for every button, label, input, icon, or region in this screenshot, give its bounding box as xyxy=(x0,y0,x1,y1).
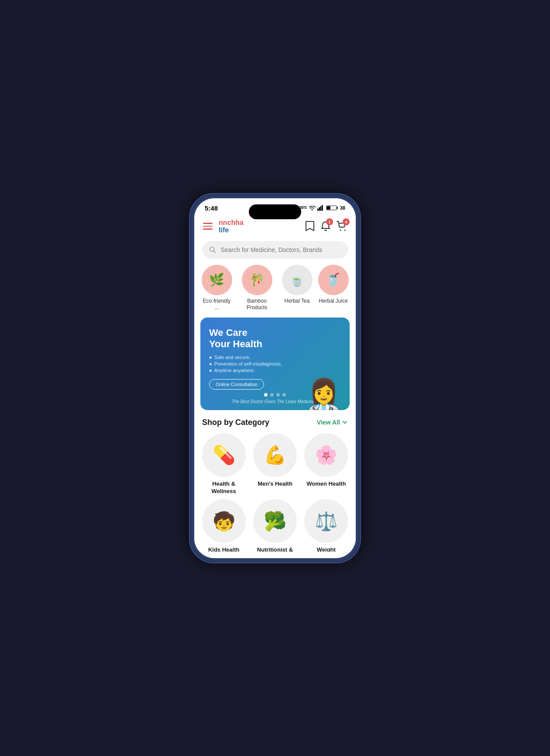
menu-button[interactable] xyxy=(203,223,213,230)
section-header: Shop by Category View All xyxy=(194,418,356,433)
weight-management-circle: ⚖️ xyxy=(304,499,348,543)
search-input[interactable] xyxy=(220,246,341,253)
header-left: nnchha life xyxy=(203,219,244,234)
search-icon xyxy=(209,246,216,254)
health-wellness-label: Health & Wellness xyxy=(200,480,247,495)
cart-button[interactable]: 4 xyxy=(337,221,347,231)
bamboo-circle: 🎋 xyxy=(242,265,272,295)
banner-title: We CareYour Health xyxy=(209,327,341,350)
svg-line-11 xyxy=(213,251,216,253)
svg-rect-2 xyxy=(319,207,320,211)
health-wellness-circle: 💊 xyxy=(202,433,246,477)
dot-1[interactable] xyxy=(264,393,268,397)
svg-rect-3 xyxy=(320,206,321,211)
womens-health-label: Women Health xyxy=(306,480,346,488)
bookmark-icon xyxy=(305,221,315,232)
cat-womens-health[interactable]: 🌸 Women Health xyxy=(303,433,350,495)
cat-nutritionist[interactable]: 🥦 Nutritionist & Suplements xyxy=(251,499,298,551)
svg-point-0 xyxy=(311,209,313,211)
eco-circle: 🌿 xyxy=(202,265,232,295)
nutritionist-label: Nutritionist & Suplements xyxy=(251,546,298,551)
logo-text-line1: nnchha xyxy=(219,219,244,227)
mens-health-label: Men's Health xyxy=(258,480,292,488)
dot-3[interactable] xyxy=(276,393,280,397)
svg-rect-1 xyxy=(317,208,319,211)
search-bar[interactable] xyxy=(202,241,348,259)
cart-badge: 4 xyxy=(343,218,350,225)
category-grid: 💊 Health & Wellness 💪 Men's Health 🌸 Wom… xyxy=(194,433,356,552)
svg-point-8 xyxy=(340,230,341,231)
signal-icon xyxy=(317,205,324,211)
svg-rect-4 xyxy=(322,205,323,211)
quick-cat-juice[interactable]: 🥤 Herbal Juice xyxy=(317,265,350,311)
promo-banner[interactable]: We CareYour Health ●Safe and secure. ●Pr… xyxy=(200,318,350,410)
chevron-down-icon xyxy=(342,419,348,425)
notification-badge: 1 xyxy=(326,218,333,225)
view-all-button[interactable]: View All xyxy=(317,419,348,426)
svg-rect-7 xyxy=(327,206,330,209)
nutritionist-circle: 🥦 xyxy=(253,499,297,543)
status-time: 5:48 xyxy=(205,204,218,212)
bamboo-label: Bamboo Products xyxy=(237,298,277,311)
juice-circle: 🥤 xyxy=(318,265,349,295)
weight-management-label: Weight Management xyxy=(303,546,350,551)
tea-label: Herbal Tea xyxy=(285,298,310,305)
quick-cat-eco[interactable]: 🌿 Eco-friendly ... xyxy=(200,265,233,311)
eco-label: Eco-friendly ... xyxy=(200,298,233,311)
bookmark-button[interactable] xyxy=(305,221,315,232)
cat-health-wellness[interactable]: 💊 Health & Wellness xyxy=(200,433,247,495)
dot-4[interactable] xyxy=(282,393,286,397)
cat-kids-health[interactable]: 🧒 Kids Health Range xyxy=(200,499,247,551)
logo: nnchha life xyxy=(219,219,244,234)
tea-circle: 🍵 xyxy=(282,265,313,295)
phone-screen: 5:48 36.0 KB/S xyxy=(194,198,356,558)
kids-health-circle: 🧒 xyxy=(202,499,246,543)
consultation-button[interactable]: Online Consultation xyxy=(209,379,264,390)
svg-point-10 xyxy=(210,247,214,252)
svg-rect-6 xyxy=(337,207,337,209)
cat-mens-health[interactable]: 💪 Men's Health xyxy=(251,433,298,495)
wifi-icon xyxy=(309,204,316,211)
cat-weight-management[interactable]: ⚖️ Weight Management xyxy=(303,499,350,551)
mens-health-circle: 💪 xyxy=(253,433,297,477)
phone-frame: 5:48 36.0 KB/S xyxy=(190,194,360,563)
dot-2[interactable] xyxy=(270,393,274,397)
notification-button[interactable]: 1 xyxy=(321,221,330,231)
dynamic-island xyxy=(249,204,301,219)
svg-point-9 xyxy=(344,230,346,231)
header-right: 1 4 xyxy=(305,221,347,232)
battery-icon xyxy=(326,205,338,211)
logo-text-line2: life xyxy=(219,226,244,234)
womens-health-circle: 🌸 xyxy=(304,433,348,477)
section-title: Shop by Category xyxy=(202,418,269,427)
quick-categories: 🌿 Eco-friendly ... 🎋 Bamboo Products 🍵 H… xyxy=(194,265,356,318)
doctor-illustration: 👩‍⚕️ xyxy=(297,349,350,410)
juice-label: Herbal Juice xyxy=(319,298,348,305)
app-content: nnchha life xyxy=(194,214,356,552)
quick-cat-tea[interactable]: 🍵 Herbal Tea xyxy=(281,265,313,311)
quick-cat-bamboo[interactable]: 🎋 Bamboo Products xyxy=(237,265,277,311)
battery-pct: 38 xyxy=(340,205,345,211)
kids-health-label: Kids Health Range xyxy=(200,546,247,551)
